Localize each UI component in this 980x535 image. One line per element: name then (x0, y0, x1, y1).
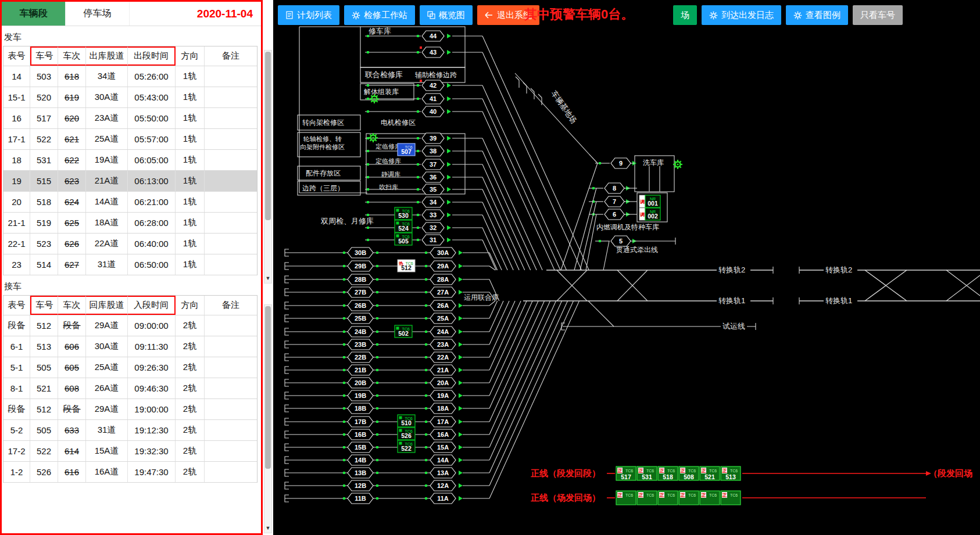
track-number-hexagon[interactable]: 38 (422, 146, 444, 156)
track-number-hexagon[interactable]: 37 (422, 159, 444, 170)
track-number-hexagon[interactable]: 21A (430, 365, 456, 375)
mainline-train-box[interactable]: 正TC6 (616, 491, 636, 505)
tab-depot[interactable]: 车辆段 (2, 2, 66, 26)
yard-button[interactable]: 场 (673, 5, 697, 25)
track-number-hexagon[interactable]: 28B (348, 274, 373, 285)
train-box-522[interactable]: TC6522 (398, 440, 415, 453)
track-number-hexagon[interactable]: 15A (430, 442, 456, 453)
mainline-train-box[interactable]: 正TC6 (721, 491, 741, 505)
track-number-hexagon[interactable]: 13A (430, 468, 456, 478)
track-number-hexagon[interactable]: 7 (605, 196, 624, 207)
track-number-hexagon[interactable]: 25A (430, 313, 456, 324)
mainline-train-box[interactable]: 正TC6508 (679, 466, 699, 480)
mainline-train-box[interactable]: 正TC6 (700, 491, 720, 505)
track-number-hexagon[interactable]: 25B (348, 313, 373, 324)
tab-parking-lot[interactable]: 停车场 (66, 2, 130, 26)
train-box-512[interactable]: 热TC6512 (398, 260, 415, 272)
table-row[interactable]: 17-152262125A道05:57:001轨 (3, 129, 257, 150)
table-row[interactable]: 15-152061930A道05:43:001轨 (3, 87, 257, 108)
track-number-hexagon[interactable]: 5 (611, 236, 631, 246)
mainline-train-box[interactable]: 正TC6518 (658, 466, 678, 480)
track-number-hexagon[interactable]: 22B (348, 352, 373, 362)
table-row[interactable]: 段备512段备29A道09:00:002轨 (3, 315, 257, 336)
track-number-hexagon[interactable]: 39 (422, 133, 444, 143)
track-number-hexagon[interactable]: 18B (348, 403, 373, 414)
track-number-hexagon[interactable]: 24B (348, 326, 373, 337)
track-number-hexagon[interactable]: 14A (430, 455, 456, 465)
train-box-530[interactable]: TC6530 (395, 207, 412, 220)
track-number-hexagon[interactable]: 28A (430, 274, 456, 285)
track-number-hexagon[interactable]: 23B (348, 339, 373, 350)
train-box-002[interactable]: 调NR002 (639, 208, 660, 220)
track-number-hexagon[interactable]: 42 (422, 80, 444, 91)
track-number-hexagon[interactable]: 35 (422, 184, 444, 195)
track-number-hexagon[interactable]: 30B (348, 247, 373, 258)
track-number-hexagon[interactable]: 34 (422, 197, 444, 207)
mainline-train-box[interactable]: 正TC6521 (700, 466, 720, 480)
track-number-hexagon[interactable]: 31 (422, 235, 444, 245)
track-number-hexagon[interactable]: 6 (605, 209, 624, 220)
table-row[interactable]: 1951562321A道06:13:001轨 (3, 171, 257, 192)
train-box-526[interactable]: TC6526 (398, 428, 415, 440)
track-number-hexagon[interactable]: 16A (430, 429, 456, 440)
track-number-hexagon[interactable]: 19B (348, 390, 373, 401)
table-row[interactable]: 段备512段备29A道19:00:002轨 (3, 399, 257, 420)
table-row[interactable]: 8-152160826A道09:46:302轨 (3, 378, 257, 399)
table-row[interactable]: 6-151360630A道09:11:302轨 (3, 336, 257, 357)
train-box-524[interactable]: TC6524 (395, 220, 412, 232)
plan-list-button[interactable]: 计划列表 (278, 5, 339, 25)
track-number-hexagon[interactable]: 16B (348, 429, 373, 440)
track-number-hexagon[interactable]: 26A (430, 300, 456, 311)
table-row[interactable]: 5-250563331道19:12:302轨 (3, 420, 257, 441)
arrive-scrollbar-thumb[interactable] (265, 306, 271, 469)
depart-scrollbar-thumb[interactable] (265, 52, 271, 220)
track-number-hexagon[interactable]: 12A (430, 480, 456, 491)
train-box-510[interactable]: TC6510 (398, 415, 415, 427)
track-number-hexagon[interactable]: 24A (430, 326, 456, 337)
mainline-train-box[interactable]: 正TC6 (658, 491, 678, 505)
track-number-hexagon[interactable]: 17A (430, 416, 456, 427)
table-row[interactable]: 5-150560525A道09:26:302轨 (3, 357, 257, 378)
track-number-hexagon[interactable]: 14B (348, 455, 373, 465)
table-row[interactable]: 1450361834道05:26:001轨 (3, 66, 257, 87)
train-box-001[interactable]: 调NR001 (639, 195, 660, 207)
track-number-hexagon[interactable]: 30A (430, 247, 456, 258)
mainline-train-box[interactable]: 正TC6531 (637, 466, 657, 480)
track-number-hexagon[interactable]: 8 (605, 183, 624, 193)
table-row[interactable]: 21-151962518A道06:28:001轨 (3, 213, 257, 234)
train-box-507[interactable]: TC6507 (398, 143, 415, 156)
overview-map-button[interactable]: 概览图 (420, 5, 473, 25)
track-number-hexagon[interactable]: 12B (348, 480, 373, 491)
scroll-down-arrow-icon[interactable]: ▼ (264, 523, 271, 533)
table-row[interactable]: 22-152362622A道06:40:001轨 (3, 234, 257, 254)
track-number-hexagon[interactable]: 13B (348, 468, 373, 478)
table-row[interactable]: 1853162219A道06:05:001轨 (3, 150, 257, 171)
depart-scrollbar[interactable]: ▼ (264, 50, 272, 283)
track-number-hexagon[interactable]: 43 (422, 47, 444, 58)
track-number-hexagon[interactable]: 36 (422, 172, 444, 182)
track-number-hexagon[interactable]: 11A (430, 493, 456, 504)
track-number-hexagon[interactable]: 41 (422, 94, 444, 104)
track-number-hexagon[interactable]: 44 (422, 31, 444, 41)
track-number-hexagon[interactable]: 9 (611, 158, 631, 168)
track-number-hexagon[interactable]: 20B (348, 378, 373, 388)
table-row[interactable]: 17-252261415A道19:32:302轨 (3, 441, 257, 462)
track-number-hexagon[interactable]: 26B (348, 300, 373, 311)
track-number-hexagon[interactable]: 23A (430, 339, 456, 350)
track-number-hexagon[interactable]: 17B (348, 416, 373, 427)
table-row[interactable]: 1-252661616A道19:47:302轨 (3, 462, 257, 483)
arrive-scrollbar[interactable]: ▼ (264, 304, 272, 533)
track-number-hexagon[interactable]: 19A (430, 390, 456, 401)
view-legend-button[interactable]: 查看图例 (786, 5, 848, 25)
track-number-hexagon[interactable]: 32 (422, 222, 444, 233)
track-number-hexagon[interactable]: 21B (348, 365, 373, 375)
mainline-train-box[interactable]: 正TC6517 (616, 466, 636, 480)
arrival-departure-log-button[interactable]: 到达出发日志 (702, 5, 781, 25)
track-number-hexagon[interactable]: 29B (348, 261, 373, 271)
maintenance-workstation-button[interactable]: 检修工作站 (344, 5, 415, 25)
track-number-hexagon[interactable]: 29A (430, 261, 456, 271)
mainline-train-box[interactable]: 正TC6513 (721, 466, 741, 480)
mainline-train-box[interactable]: 正TC6 (637, 491, 657, 505)
track-number-hexagon[interactable]: 18A (430, 403, 456, 414)
track-number-hexagon[interactable]: 22A (430, 352, 456, 362)
